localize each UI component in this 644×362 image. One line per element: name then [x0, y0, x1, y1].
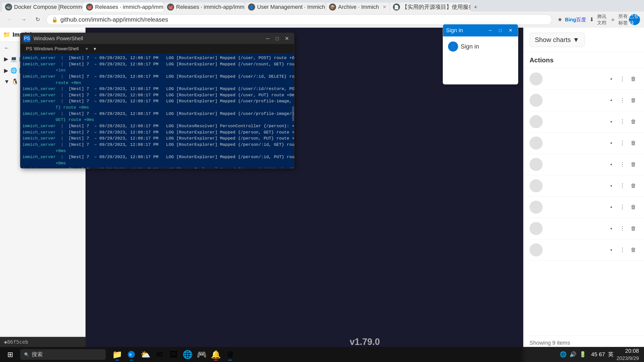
actions-header: Actions: [530, 56, 553, 64]
right-panel-header: Show charts ▼: [524, 28, 644, 52]
browser-chrome: 🐳 Docker Compose [Recomme... ✕ 🐙 Release…: [0, 0, 644, 28]
powershell-titlebar: PS Windows PowerShell ─ □ ✕: [20, 33, 294, 44]
start-button[interactable]: ⊞: [4, 348, 16, 360]
taskbar-app-edge[interactable]: e: [125, 348, 138, 361]
log-continuation-2: route +0ms: [22, 80, 292, 86]
edit-icon[interactable]: ▪: [607, 160, 616, 169]
edit-icon[interactable]: ▪: [607, 203, 616, 212]
show-charts-button[interactable]: Show charts ▼: [530, 33, 585, 47]
download-icon[interactable]: ⬇: [587, 15, 597, 25]
taskbar-app-terminal[interactable]: 🖥: [223, 348, 236, 361]
expand-icon-this-pc: ▶: [4, 56, 8, 62]
tab-docker[interactable]: 🐳 Docker Compose [Recomme... ✕: [2, 3, 83, 12]
battery-icon[interactable]: 🔋: [579, 351, 586, 358]
ps-tab-dropdown-button[interactable]: ▾: [91, 45, 98, 52]
powershell-tab-bar: PS Windows PowerShell + ▾: [20, 44, 294, 54]
tab-close-archive[interactable]: ✕: [383, 4, 386, 10]
show-charts-label: Show charts: [535, 36, 571, 44]
table-row: ▪ ⋮ 🗑: [524, 132, 644, 154]
more-icons-btn[interactable]: »: [608, 15, 618, 25]
powershell-controls: ─ □ ✕: [263, 35, 291, 42]
delete-icon[interactable]: 🗑: [629, 74, 638, 83]
edit-icon[interactable]: ▪: [607, 74, 616, 83]
ps-maximize-button[interactable]: □: [273, 35, 281, 42]
tab-user-management[interactable]: 👤 User Management · Immich ✕: [245, 3, 326, 12]
taskbar-search-icon: 🔍: [24, 352, 29, 357]
profile-button[interactable]: 已登録: [629, 14, 640, 25]
bing-icon[interactable]: Bing: [566, 15, 576, 25]
taskbar-app-notification[interactable]: 🔔: [209, 348, 222, 361]
more-icon[interactable]: ⋮: [618, 74, 627, 83]
tab-favicon-docker: 🐳: [5, 4, 12, 11]
edit-icon[interactable]: ▪: [607, 245, 616, 254]
delete-icon[interactable]: 🗑: [629, 224, 638, 233]
signin-minimize-button[interactable]: ─: [486, 26, 495, 34]
ps-new-tab-button[interactable]: +: [83, 45, 90, 52]
taskbar-app-photos[interactable]: 🖼: [167, 348, 180, 361]
log-line-1: immich_server | [Nest] 7 – 09/29/2023, 1…: [22, 55, 292, 61]
delete-icon[interactable]: 🗑: [629, 181, 638, 190]
taskbar-app-browser2[interactable]: 🌐: [181, 348, 194, 361]
signin-close-button[interactable]: ✕: [506, 26, 515, 34]
log-line-4: immich_server | [Nest] 7 – 09/29/2023, 1…: [22, 86, 292, 92]
more-icon[interactable]: ⋮: [618, 224, 627, 233]
avatar: [530, 243, 543, 256]
favorites-icon[interactable]: ★: [555, 15, 565, 25]
delete-icon[interactable]: 🗑: [629, 96, 638, 105]
edit-icon[interactable]: ▪: [607, 181, 616, 190]
edit-icon[interactable]: ▪: [607, 224, 616, 233]
delete-icon[interactable]: 🗑: [629, 117, 638, 126]
tab-releases-1[interactable]: 🐙 Releases · immich-app/immi... ✕: [83, 3, 164, 12]
delete-icon[interactable]: 🗑: [629, 139, 638, 148]
ps-close-button[interactable]: ✕: [283, 35, 291, 42]
user-action-icons: ▪ ⋮ 🗑: [607, 203, 638, 212]
new-tab-button[interactable]: +: [471, 3, 480, 12]
delete-icon[interactable]: 🗑: [629, 203, 638, 212]
more-icon[interactable]: ⋮: [618, 245, 627, 254]
more-icon[interactable]: ⋮: [618, 96, 627, 105]
signin-maximize-button[interactable]: □: [496, 26, 505, 34]
tab-favicon-chinese: 📄: [393, 4, 400, 11]
delete-icon[interactable]: 🗑: [629, 245, 638, 254]
log-continuation-4: GET} route +0ms: [22, 117, 292, 123]
taskbar-app-mail[interactable]: ✉: [153, 348, 166, 361]
taskbar-time: 20:08: [617, 347, 639, 355]
avatar: [530, 179, 543, 192]
tab-archive[interactable]: 📦 Archive · Immich ✕: [326, 3, 389, 12]
taskbar-search[interactable]: 🔍 搜索: [20, 349, 106, 360]
tab-label-archive: Archive · Immich: [338, 4, 379, 10]
edit-icon[interactable]: ▪: [607, 96, 616, 105]
more-icon[interactable]: ⋮: [618, 160, 627, 169]
extensions-label[interactable]: 所有标签: [618, 15, 628, 25]
taskbar-app-game[interactable]: 🎮: [195, 348, 208, 361]
delete-icon[interactable]: 🗑: [629, 160, 638, 169]
more-icon[interactable]: ⋮: [618, 203, 627, 212]
tab-chinese[interactable]: 📄 【实用的开源项目】使用服务器... ✕: [390, 3, 470, 12]
taskbar-lang[interactable]: 英: [606, 351, 616, 358]
powershell-scrollbar-thumb[interactable]: [292, 106, 294, 121]
tab-favicon-user-management: 👤: [248, 4, 255, 11]
taskbar-app-file-explorer[interactable]: 📁: [111, 348, 124, 361]
ps-minimize-button[interactable]: ─: [263, 35, 272, 42]
edit-icon[interactable]: ▪: [607, 117, 616, 126]
edit-icon[interactable]: ▪: [607, 139, 616, 148]
more-icon[interactable]: ⋮: [618, 181, 627, 190]
signin-title: Sign in: [446, 27, 484, 34]
reload-button[interactable]: ↻: [32, 14, 43, 25]
back-button[interactable]: ←: [4, 14, 15, 25]
tencent-icon[interactable]: 腾讯文档: [597, 15, 607, 25]
more-icon[interactable]: ⋮: [618, 117, 627, 126]
network-status-icon[interactable]: 🌐: [560, 351, 567, 358]
powershell-tab[interactable]: PS Windows PowerShell: [22, 45, 82, 53]
volume-icon[interactable]: 🔊: [570, 351, 576, 358]
baidu-icon[interactable]: 百度: [576, 15, 586, 25]
browser-tab-bar: 🐳 Docker Compose [Recomme... ✕ 🐙 Release…: [0, 0, 644, 12]
user-action-icons: ▪ ⋮ 🗑: [607, 224, 638, 233]
address-bar[interactable]: 🔒 github.com/immich-app/immich/releases: [46, 14, 552, 25]
taskbar-app-weather[interactable]: ⛅: [139, 348, 152, 361]
avatar: [530, 201, 543, 214]
forward-button[interactable]: →: [18, 14, 29, 25]
powershell-scrollbar[interactable]: [292, 44, 294, 168]
tab-releases-2[interactable]: 🐙 Releases · immich-app/immi... ✕: [164, 3, 245, 12]
more-icon[interactable]: ⋮: [618, 139, 627, 148]
